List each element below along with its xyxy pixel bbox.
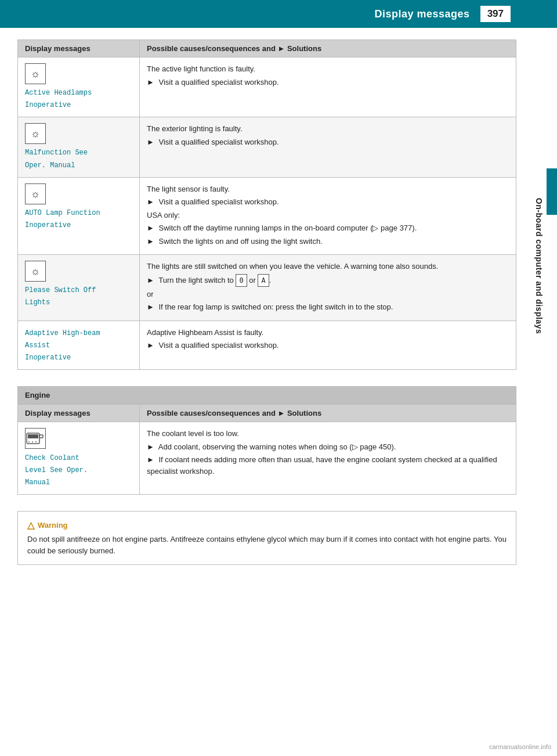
causes-cell: Adaptive Highbeam Assist is faulty. ► Vi…: [140, 321, 516, 370]
cause-item: ► Visit a qualified specialist workshop.: [147, 196, 509, 208]
causes-cell: The light sensor is faulty. ► Visit a qu…: [140, 177, 516, 255]
svg-rect-2: [39, 435, 43, 438]
cause-item: The active light function is faulty.: [147, 63, 509, 75]
display-cell: Adaptive High-beamAssistInoperative: [18, 321, 140, 370]
svg-rect-1: [28, 434, 38, 438]
header-bar: Display messages 397: [0, 0, 557, 28]
cause-item: USA only:: [147, 210, 509, 221]
page-number: 397: [480, 6, 511, 22]
table-row: ☼ AUTO Lamp FunctionInoperative The ligh…: [18, 177, 516, 255]
display-label: Please Switch OffLights: [25, 286, 96, 307]
table-row: ☼ Malfunction SeeOper. Manual The exteri…: [18, 117, 516, 177]
sidebar-label-text: On-board computer and displays: [534, 198, 544, 334]
sun-icon: ☼: [25, 123, 46, 144]
table-row: ☼ Active HeadlampsInoperative The active…: [18, 57, 516, 117]
warning-label: Warning: [38, 521, 68, 530]
cause-item: The exterior lighting is faulty.: [147, 123, 509, 135]
display-label: Adaptive High-beamAssistInoperative: [25, 329, 100, 362]
table-row: Check CoolantLevel See Oper.Manual The c…: [18, 422, 516, 495]
main-content: Display messages Possible causes/consequ…: [17, 28, 516, 565]
display-cell: ☼ Active HeadlampsInoperative: [18, 57, 140, 117]
warning-triangle-icon: △: [27, 520, 34, 531]
sidebar-accent: [547, 168, 557, 215]
cause-item: or: [147, 289, 509, 300]
sun-icon: ☼: [25, 261, 46, 282]
cause-item: ► Switch the lights on and off using the…: [147, 236, 509, 247]
display-cell: ☼ Please Switch OffLights: [18, 255, 140, 321]
table-row: Adaptive High-beamAssistInoperative Adap…: [18, 321, 516, 370]
cause-item: ► Visit a qualified specialist workshop.: [147, 77, 509, 88]
causes-cell: The active light function is faulty. ► V…: [140, 57, 516, 117]
kbd-0: 0: [236, 274, 247, 287]
causes-cell: The coolant level is too low. ► Add cool…: [140, 422, 516, 495]
cause-item: ► Add coolant, observing the warning not…: [147, 441, 509, 453]
cause-item: The lights are still switched on when yo…: [147, 261, 509, 272]
cause-item: ► Visit a qualified specialist workshop.: [147, 340, 509, 351]
lighting-table: Display messages Possible causes/consequ…: [17, 39, 516, 370]
engine-table: Display messages Possible causes/consequ…: [17, 404, 516, 495]
cause-item: ► If coolant needs adding more often tha…: [147, 454, 509, 477]
cause-item: ► Visit a qualified specialist workshop.: [147, 136, 509, 148]
display-label: AUTO Lamp FunctionInoperative: [25, 209, 100, 229]
watermark: carmanualsonline.info: [489, 743, 551, 750]
display-label: Active HeadlampsInoperative: [25, 89, 92, 109]
table-row: ☼ Please Switch OffLights The lights are…: [18, 255, 516, 321]
cause-item: Adaptive Highbeam Assist is faulty.: [147, 327, 509, 339]
coolant-icon: [25, 428, 46, 449]
display-label: Check CoolantLevel See Oper.Manual: [25, 454, 88, 487]
warning-title: △ Warning: [27, 520, 507, 531]
engine-col1-header: Display messages: [18, 405, 140, 422]
kbd-a: A: [258, 274, 269, 287]
display-cell: ☼ AUTO Lamp FunctionInoperative: [18, 177, 140, 255]
warning-box: △ Warning Do not spill antifreeze on hot…: [17, 511, 516, 565]
engine-col2-header: Possible causes/consequences and ► Solut…: [140, 405, 516, 422]
sidebar-label: On-board computer and displays: [521, 28, 557, 504]
sun-icon: ☼: [25, 183, 46, 204]
causes-cell: The exterior lighting is faulty. ► Visit…: [140, 117, 516, 177]
display-cell: ☼ Malfunction SeeOper. Manual: [18, 117, 140, 177]
causes-cell: The lights are still switched on when yo…: [140, 255, 516, 321]
engine-section-header: Engine: [17, 386, 516, 404]
cause-item: ► If the rear fog lamp is switched on: p…: [147, 301, 509, 313]
lighting-col1-header: Display messages: [18, 40, 140, 57]
cause-item: The coolant level is too low.: [147, 428, 509, 440]
display-cell: Check CoolantLevel See Oper.Manual: [18, 422, 140, 495]
warning-text: Do not spill antifreeze on hot engine pa…: [27, 534, 507, 556]
header-title: Display messages: [375, 8, 470, 20]
cause-item: The light sensor is faulty.: [147, 183, 509, 195]
cause-item: ► Switch off the daytime running lamps i…: [147, 222, 509, 234]
sun-icon: ☼: [25, 63, 46, 84]
lighting-col2-header: Possible causes/consequences and ► Solut…: [140, 40, 516, 57]
cause-item: ► Turn the light switch to 0 or A.: [147, 274, 509, 287]
display-label: Malfunction SeeOper. Manual: [25, 149, 88, 169]
